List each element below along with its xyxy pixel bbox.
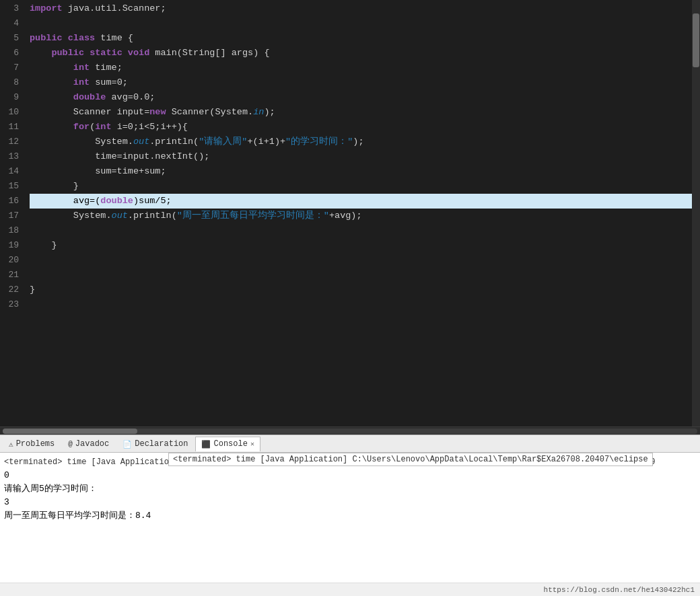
code-line: public class time { — [30, 31, 700, 46]
line-numbers: 34567891011121314151617181920212223 — [0, 0, 24, 426]
token: time; — [90, 63, 123, 73]
token: import — [30, 3, 63, 13]
code-line: } — [30, 179, 700, 194]
line-number: 16 — [3, 194, 19, 209]
code-line: Scanner input=new Scanner(System.in); — [30, 105, 700, 120]
line-number: 10 — [3, 105, 19, 120]
token — [63, 33, 68, 43]
console-line: 0 — [4, 469, 696, 482]
token: main(String[] args) { — [149, 48, 269, 58]
token: time=input.nextInt(); — [30, 151, 209, 161]
line-number: 4 — [3, 16, 19, 31]
token — [30, 63, 73, 73]
code-line: } — [30, 283, 700, 297]
console-line: 请输入周5的学习时间： — [4, 482, 696, 496]
line-number: 8 — [3, 75, 19, 90]
token: sum=0; — [90, 77, 128, 87]
token: for — [73, 122, 90, 132]
tab-bar: ⚠Problems@Javadoc📄Declaration⬛Console✕ — [0, 435, 700, 453]
tab-problems[interactable]: ⚠Problems — [3, 437, 61, 451]
token: } — [30, 285, 35, 295]
code-line: for(int i=0;i<5;i++){ — [30, 120, 700, 135]
token: } — [30, 240, 57, 250]
token: .println( — [128, 211, 177, 221]
token: } — [30, 181, 79, 191]
token: "周一至周五每日平均学习时间是：" — [177, 211, 329, 221]
token: .println( — [149, 137, 199, 147]
console-line: 周一至周五每日平均学习时间是：8.4 — [4, 509, 696, 523]
token: sum=time+sum; — [30, 166, 166, 176]
code-line: sum=time+sum; — [30, 164, 700, 179]
scrollbar-thumb[interactable] — [3, 429, 137, 434]
tab-label: Javadoc — [75, 439, 109, 449]
code-line — [30, 297, 700, 312]
tab-icon: ⬛ — [201, 440, 211, 449]
token: int — [95, 122, 111, 132]
token — [30, 92, 73, 102]
horizontal-scrollbar[interactable] — [0, 426, 700, 435]
token: public — [30, 33, 63, 43]
tab-icon: ⚠ — [9, 440, 13, 449]
line-number: 9 — [3, 90, 19, 105]
tab-close-icon[interactable]: ✕ — [250, 440, 254, 448]
token: out — [133, 137, 149, 147]
code-container: 34567891011121314151617181920212223 impo… — [0, 0, 700, 426]
code-content[interactable]: import java.util.Scanner; public class t… — [24, 0, 700, 426]
token: avg=( — [30, 196, 100, 206]
code-line: time=input.nextInt(); — [30, 149, 700, 164]
token: avg=0.0; — [106, 92, 155, 102]
token: i=0;i<5;i++){ — [112, 122, 188, 132]
tab-label: Declaration — [135, 439, 188, 449]
line-number: 22 — [3, 283, 19, 297]
code-line — [30, 253, 700, 268]
tab-icon: 📄 — [123, 440, 132, 449]
scrollbar-track — [3, 429, 697, 434]
code-line: double avg=0.0; — [30, 90, 700, 105]
token: static — [90, 48, 123, 58]
line-number: 11 — [3, 120, 19, 135]
console-tooltip: <terminated> time [Java Application] C:\… — [168, 453, 653, 466]
tab-javadoc[interactable]: @Javadoc — [62, 437, 115, 451]
token: double — [73, 92, 106, 102]
code-line: avg=(double)sum/5; — [30, 194, 700, 209]
status-text: https://blog.csdn.net/he1430422hc1 — [544, 586, 695, 594]
token — [123, 48, 128, 58]
vertical-scrollbar[interactable] — [692, 0, 700, 426]
token: class — [68, 33, 96, 43]
line-number: 12 — [3, 135, 19, 149]
console-output: <terminated> time [Java Application] C:\… — [0, 453, 700, 583]
code-line — [30, 16, 700, 31]
status-bar: https://blog.csdn.net/he1430422hc1 — [0, 583, 700, 596]
code-line: } — [30, 238, 700, 253]
console-line: 3 — [4, 496, 696, 509]
token: java.util.Scanner; — [63, 3, 166, 13]
token: +(i+1)+ — [247, 137, 285, 147]
token — [30, 77, 73, 87]
token: Scanner input= — [30, 107, 149, 117]
token: )sum/5; — [133, 196, 172, 206]
line-number: 18 — [3, 223, 19, 238]
line-number: 21 — [3, 268, 19, 283]
token: +avg); — [329, 211, 362, 221]
code-line: import java.util.Scanner; — [30, 1, 700, 16]
code-line: int time; — [30, 61, 700, 75]
code-line — [30, 268, 700, 283]
tab-declaration[interactable]: 📄Declaration — [116, 437, 194, 451]
tab-label: Console — [213, 439, 247, 449]
token: time { — [95, 33, 133, 43]
line-number: 13 — [3, 149, 19, 164]
token: public — [30, 48, 84, 58]
code-line: System.out.println("请输入周"+(i+1)+"的学习时间："… — [30, 135, 700, 149]
vertical-scrollbar-thumb[interactable] — [693, 13, 699, 67]
tab-console[interactable]: ⬛Console✕ — [195, 437, 260, 451]
tab-label: Problems — [16, 439, 55, 449]
token: "的学习时间：" — [285, 137, 353, 147]
editor-area: 34567891011121314151617181920212223 impo… — [0, 0, 700, 426]
token: ); — [264, 107, 275, 117]
code-line: int sum=0; — [30, 75, 700, 90]
token: void — [128, 48, 149, 58]
token — [84, 48, 90, 58]
token: new — [149, 107, 166, 117]
token: Scanner(System. — [166, 107, 254, 117]
token: System. — [30, 137, 133, 147]
